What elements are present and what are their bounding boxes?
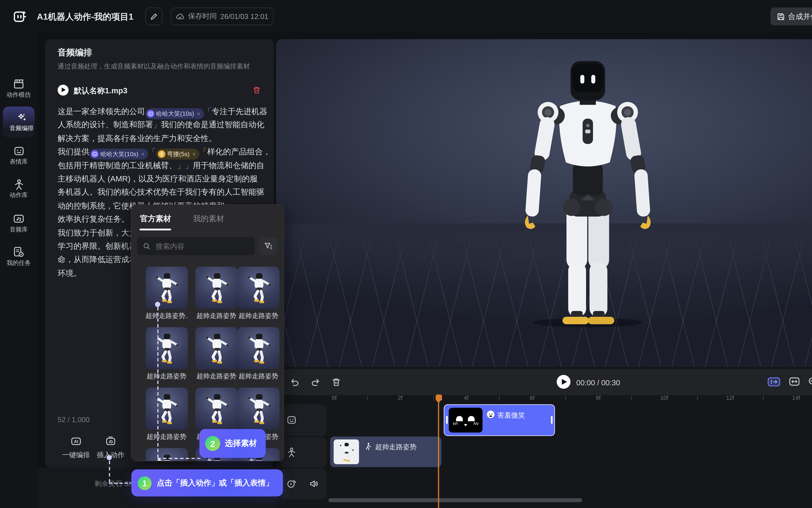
material-item[interactable]: 超帅走路姿势... xyxy=(146,267,188,320)
ruler-tick xyxy=(499,396,500,400)
music-box-icon xyxy=(13,212,25,225)
quote-mark: 「 xyxy=(204,107,212,116)
material-item[interactable]: 超帅走路姿势 xyxy=(146,448,188,461)
sidebar-label: 动作库 xyxy=(0,191,38,199)
tab-my-materials[interactable]: 我的素材 xyxy=(193,214,224,224)
filter-icon xyxy=(264,242,273,250)
quote-mark: 」 xyxy=(153,121,161,129)
one-click-arrange-button[interactable]: AI 一键编排 xyxy=(60,435,92,460)
motion-track-icon xyxy=(286,447,297,457)
play-audio-button[interactable] xyxy=(58,85,69,96)
timeline-play-button[interactable] xyxy=(557,375,570,389)
clapperboard-icon xyxy=(13,78,25,90)
ruler-tick xyxy=(763,396,764,400)
transcript-text: 务机器人。我们的核心技术优势在于我们专有的人工智能驱 xyxy=(58,188,265,197)
material-item[interactable]: 超帅走路姿势 xyxy=(146,327,188,381)
guide-dot-1 xyxy=(107,455,112,460)
sidebar-item-audio-library[interactable]: 音频库 xyxy=(0,212,38,234)
material-item[interactable]: 超帅走路姿势 xyxy=(237,327,280,381)
search-box[interactable] xyxy=(137,237,255,255)
sidebar-item-motion-mimic[interactable]: 动作模仿 xyxy=(0,78,38,99)
viewport-3d[interactable]: Z Y X xyxy=(276,39,812,367)
material-thumbnail xyxy=(237,327,280,369)
panel-title: 音频编排 xyxy=(58,47,92,58)
quote-mark: 」 xyxy=(177,161,185,170)
expression-clip[interactable]: 害羞微笑 xyxy=(444,404,555,436)
rename-button[interactable] xyxy=(145,7,162,25)
tab-official-materials[interactable]: 官方素材 xyxy=(140,214,171,224)
auto-snap-icon[interactable] xyxy=(768,377,780,387)
tag-laugh[interactable]: 哈哈大笑(10s)× xyxy=(145,108,204,119)
guide-step-number: 1 xyxy=(138,476,152,490)
redo-button[interactable] xyxy=(311,377,320,387)
sidebar-item-expression-library[interactable]: 表情库 xyxy=(0,145,38,166)
tag-bend[interactable]: 弯腰(5s)× xyxy=(156,149,199,160)
motion-track-header xyxy=(281,437,326,468)
sidebar-item-motion-library[interactable]: 动作库 xyxy=(0,178,38,199)
material-label: 超帅走路姿势 xyxy=(146,432,188,441)
material-item[interactable]: 超帅走路姿势 xyxy=(195,267,237,320)
material-label: 超帅走路姿势 xyxy=(195,311,237,320)
material-label: 超帅走路姿势 xyxy=(237,311,280,320)
material-thumbnail xyxy=(237,267,280,309)
motion-clip[interactable]: 超帅走路姿势 xyxy=(330,436,441,467)
expression-clip-label: 害羞微笑 xyxy=(497,411,525,420)
clip-left-handle[interactable] xyxy=(446,416,448,424)
undo-button[interactable] xyxy=(290,377,300,387)
laugh-emoji-icon xyxy=(91,151,98,158)
ruler-label: 4f xyxy=(464,394,469,401)
laugh-emoji-icon xyxy=(147,110,154,118)
material-item[interactable]: 超帅走路姿势 xyxy=(146,388,188,441)
timeline-scrollbar[interactable] xyxy=(329,498,582,502)
project-title: A1机器人动作-我的项目1 xyxy=(37,11,133,23)
active-tab-underline xyxy=(139,229,171,230)
sidebar-item-audio-arrange[interactable]: 音频编排 xyxy=(3,107,35,138)
timeline-region: 00:00 / 00:30 0f2f4f6f8f10f12f14f16f xyxy=(276,367,812,508)
top-bar: A1机器人动作-我的项目1 保存时间 26/01/03 12:01 合成并保存 … xyxy=(0,0,812,33)
delete-audio-button[interactable] xyxy=(252,86,261,94)
guide-step-text: 点击「插入动作」或「插入表情」 xyxy=(157,478,274,488)
robot-model[interactable] xyxy=(507,56,668,330)
sidebar-item-my-tasks[interactable]: 我的任务 xyxy=(0,246,38,267)
audio-track-speaker-icon[interactable] xyxy=(309,479,319,489)
filter-button[interactable] xyxy=(259,237,277,255)
delete-clip-button[interactable] xyxy=(331,377,341,387)
expression-track-icon xyxy=(286,415,297,425)
transcript-text: 包括用于精密制造的工业机械臂、 xyxy=(58,161,177,170)
clip-right-handle[interactable] xyxy=(551,416,553,424)
play-icon xyxy=(62,87,66,92)
ruler-label: 0f xyxy=(332,394,337,401)
transcript-text: 人系统的设计、制造和部署 xyxy=(58,121,153,129)
material-thumbnail xyxy=(146,448,188,461)
timeline-toolbar: 00:00 / 00:30 xyxy=(281,369,812,395)
sidebar-label: 音频编排 xyxy=(3,124,40,132)
transcript-text: 环境。 xyxy=(58,269,82,278)
material-item[interactable]: 超帅走路姿势 xyxy=(195,327,237,381)
bend-emoji-icon xyxy=(158,151,165,158)
ruler-tick xyxy=(631,396,632,400)
search-input[interactable] xyxy=(155,242,243,251)
app-logo-icon xyxy=(13,9,28,24)
ruler-tick xyxy=(697,396,698,400)
zoom-out-icon[interactable] xyxy=(808,377,812,386)
material-thumbnail xyxy=(195,327,237,369)
sidebar-label: 音频库 xyxy=(0,226,38,234)
expression-track-header xyxy=(281,404,326,436)
transcript-text: 我们的使命是通过智能自动化 xyxy=(161,121,264,129)
ruler-label: 2f xyxy=(398,394,403,401)
material-item[interactable]: 超帅走路姿势 xyxy=(237,267,280,320)
expression-thumbnail xyxy=(448,408,483,432)
motion-thumbnail xyxy=(334,439,359,464)
quote-mark: 」 xyxy=(185,161,193,170)
fit-view-icon[interactable] xyxy=(789,377,800,386)
material-thumbnail xyxy=(237,388,280,430)
save-time-chip: 保存时间 26/01/03 12:01 xyxy=(170,7,274,25)
audio-track-disc-icon xyxy=(286,479,297,489)
quote-mark: 「 xyxy=(148,147,156,156)
synthesize-save-button[interactable]: 合成并保存 xyxy=(770,7,812,25)
ruler-label: 14f xyxy=(792,394,800,401)
save-time-label: 保存时间 xyxy=(188,11,217,21)
motion-clip-label: 超帅走路姿势 xyxy=(375,442,416,452)
panel-subtitle: 通过音频处理，生成音频素材以及融合动作和表情的音频编排素材 xyxy=(58,62,250,71)
tag-laugh[interactable]: 哈哈大笑(10s)× xyxy=(89,149,148,160)
